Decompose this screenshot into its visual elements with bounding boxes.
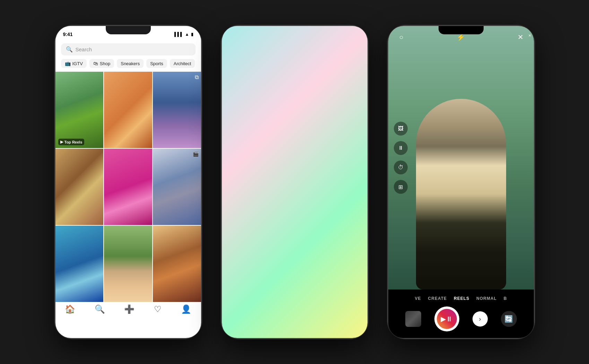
nav-heart-icon[interactable]: ♡ [154,304,162,314]
next-button[interactable]: › [347,255,363,270]
camera-effect-3[interactable]: ⏱ [394,161,408,174]
phone-reels: 9:41 ▌▌▌ ▲ ▮ [222,26,367,338]
camera-viewfinder: ○ ⚡ ✕ ✕ 🖼 ⏸ [388,26,534,289]
next-icon: › [354,259,356,266]
notch-2 [272,26,317,34]
search-header: 🔍 Search 📺 IGTV 🛍 Shop Sneakers Sports [55,41,201,72]
camera-next-icon: › [479,315,481,323]
timer-ctrl-icon: ⏱ [398,164,404,171]
notch [106,26,151,34]
camera-subject [416,99,506,289]
grid-cell-1[interactable]: ▶ Top Reels [55,72,104,148]
status-icons: ▌▌▌ ▲ ▮ [174,32,193,37]
chip-igtv[interactable]: 📺 IGTV [61,59,87,68]
chip-sports[interactable]: Sports [146,59,167,68]
mode-reels[interactable]: REELS [454,296,469,301]
grid-cell-8[interactable] [104,226,152,302]
shutter-button[interactable]: ▶⏸ [434,306,459,331]
chip-sports-label: Sports [150,61,163,66]
shop-icon: 🛍 [93,61,98,66]
category-chips: 📺 IGTV 🛍 Shop Sneakers Sports Architect [61,59,196,68]
signal-icon-2: ▌▌▌ [341,32,350,37]
chip-shop-label: Shop [100,61,110,66]
grid-cell-9[interactable] [153,226,201,302]
thumb-5[interactable] [318,247,339,272]
reels-bottom [222,296,367,330]
grid-cell-2[interactable] [104,72,152,148]
battery-icon-2: ▮ [357,32,360,37]
mode-normal[interactable]: NORMAL [476,296,497,301]
phone-camera: ○ ⚡ ✕ ✕ 🖼 ⏸ [388,26,534,338]
flash-x: ✕ [528,34,531,37]
battery-icon: ▮ [191,32,193,37]
reel-icon-small: 🎬 [193,151,199,157]
chip-architect[interactable]: Architect [170,59,195,68]
grid-cell-6[interactable]: 🎬 [153,149,201,225]
timer-icon: ○ [399,33,403,41]
camera-background: ○ ⚡ ✕ ✕ 🖼 ⏸ [388,26,534,289]
multi-icon: ⧉ [195,74,199,80]
thumb-2[interactable] [249,247,270,272]
chip-architect-label: Architect [174,61,191,66]
chip-igtv-label: IGTV [72,61,83,66]
photo-grid: ▶ Top Reels ⧉ 🎬 [55,72,201,301]
flip-camera-button[interactable]: 🔄 [501,311,517,327]
nav-add-icon[interactable]: ➕ [124,304,135,314]
thumb-1[interactable] [226,247,248,272]
status-time: 9:41 [63,32,73,37]
thumbnail-strip [222,247,367,272]
record-icon: ▶⏸ [441,315,453,323]
igtv-icon: 📺 [65,61,71,66]
signal-icon: ▌▌▌ [174,32,183,37]
mode-create[interactable]: CREATE [428,296,447,301]
chip-sneakers[interactable]: Sneakers [117,59,144,68]
grid-cell-3[interactable]: ⧉ [153,72,201,148]
top-reels-badge: ▶ Top Reels [58,139,85,145]
wifi-icon: ▲ [185,32,189,37]
mode-selector: VE CREATE REELS NORMAL B [415,296,507,301]
grid-cell-4[interactable] [55,149,104,225]
chip-sneakers-label: Sneakers [121,61,140,66]
status-time-2: 9:41 [229,32,239,37]
pause-icon: ⏸ [398,145,404,151]
status-icons-2: ▌▌▌ ▲ ▮ [341,32,360,37]
thumb-3[interactable] [272,247,293,272]
circle-icon[interactable]: ○ [395,31,408,43]
reels-video-area[interactable]: › [222,26,367,296]
bottom-nav: 🏠 🔍 ➕ ♡ 👤 [55,301,201,322]
close-icon[interactable]: ✕ [514,31,527,43]
wifi-icon-2: ▲ [352,32,356,37]
search-input-placeholder: Search [76,46,92,52]
camera-bottom: VE CREATE REELS NORMAL B ▶⏸ [388,289,534,338]
thumb-4[interactable] [295,247,316,272]
mode-b[interactable]: B [504,296,507,301]
nav-home-icon[interactable]: 🏠 [65,304,75,314]
search-bar[interactable]: 🔍 Search [61,43,196,55]
ig-reels-button[interactable]: ▶⏸ [437,309,457,329]
flip-icon: 🔄 [504,315,513,323]
gallery-small-icon: 🖼 [398,125,404,132]
camera-effect-4[interactable]: ⊞ [394,180,408,194]
notch-3 [439,26,484,34]
camera-next-button[interactable]: › [473,311,488,327]
layout-icon: ⊞ [398,184,403,190]
camera-effect-2[interactable]: ⏸ [394,141,408,155]
top-reels-label: Top Reels [64,140,83,144]
camera-effect-1[interactable]: 🖼 [394,122,408,136]
grid-cell-5[interactable] [104,149,152,225]
grid-cell-7[interactable] [55,226,104,302]
reel-icon: ▶ [60,140,63,144]
nav-search-icon[interactable]: 🔍 [95,304,105,314]
camera-side-controls: 🖼 ⏸ ⏱ ⊞ [394,122,408,194]
search-icon: 🔍 [66,46,73,53]
camera-controls-row: ▶⏸ › 🔄 [388,306,534,331]
nav-profile-icon[interactable]: 👤 [181,304,191,314]
phone-search: 9:41 ▌▌▌ ▲ ▮ 🔍 Search 📺 IGTV 🛍 Shop [55,26,201,338]
chip-shop[interactable]: 🛍 Shop [89,59,114,68]
gallery-thumbnail[interactable] [405,311,421,327]
mode-ve[interactable]: VE [415,296,421,301]
